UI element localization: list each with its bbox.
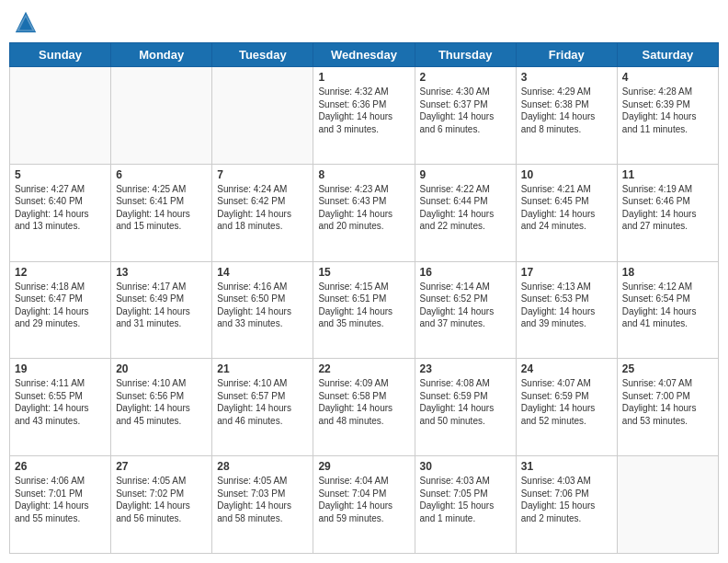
calendar-cell: 28Sunrise: 4:05 AM Sunset: 7:03 PM Dayli… bbox=[212, 456, 313, 554]
calendar-cell: 20Sunrise: 4:10 AM Sunset: 6:56 PM Dayli… bbox=[111, 359, 212, 456]
calendar-cell: 16Sunrise: 4:14 AM Sunset: 6:52 PM Dayli… bbox=[415, 261, 516, 359]
calendar-cell: 25Sunrise: 4:07 AM Sunset: 7:00 PM Dayli… bbox=[617, 359, 718, 456]
header bbox=[9, 9, 719, 35]
cell-content: Sunrise: 4:14 AM Sunset: 6:52 PM Dayligh… bbox=[420, 281, 511, 330]
cell-content: Sunrise: 4:17 AM Sunset: 6:49 PM Dayligh… bbox=[116, 281, 207, 330]
calendar-table: SundayMondayTuesdayWednesdayThursdayFrid… bbox=[9, 42, 719, 554]
calendar-cell: 27Sunrise: 4:05 AM Sunset: 7:02 PM Dayli… bbox=[111, 456, 212, 554]
cell-content: Sunrise: 4:09 AM Sunset: 6:58 PM Dayligh… bbox=[318, 377, 409, 427]
day-header-saturday: Saturday bbox=[617, 43, 718, 67]
cell-content: Sunrise: 4:18 AM Sunset: 6:47 PM Dayligh… bbox=[15, 281, 106, 330]
calendar-cell: 26Sunrise: 4:06 AM Sunset: 7:01 PM Dayli… bbox=[10, 456, 111, 554]
cell-content: Sunrise: 4:05 AM Sunset: 7:02 PM Dayligh… bbox=[116, 475, 207, 524]
calendar-cell: 4Sunrise: 4:28 AM Sunset: 6:39 PM Daylig… bbox=[617, 67, 718, 165]
day-number: 21 bbox=[217, 362, 308, 375]
day-number: 30 bbox=[420, 460, 511, 473]
cell-content: Sunrise: 4:23 AM Sunset: 6:43 PM Dayligh… bbox=[318, 183, 409, 233]
calendar-week-4: 19Sunrise: 4:11 AM Sunset: 6:55 PM Dayli… bbox=[10, 359, 719, 456]
day-number: 19 bbox=[15, 362, 106, 375]
calendar-cell: 17Sunrise: 4:13 AM Sunset: 6:53 PM Dayli… bbox=[516, 261, 617, 359]
day-number: 8 bbox=[318, 168, 409, 181]
cell-content: Sunrise: 4:21 AM Sunset: 6:45 PM Dayligh… bbox=[521, 183, 612, 233]
day-number: 17 bbox=[521, 266, 612, 279]
calendar-cell: 15Sunrise: 4:15 AM Sunset: 6:51 PM Dayli… bbox=[313, 261, 415, 359]
calendar-week-2: 5Sunrise: 4:27 AM Sunset: 6:40 PM Daylig… bbox=[10, 164, 719, 261]
day-number: 2 bbox=[420, 71, 511, 84]
day-header-friday: Friday bbox=[516, 43, 617, 67]
calendar-cell: 31Sunrise: 4:03 AM Sunset: 7:06 PM Dayli… bbox=[516, 456, 617, 554]
calendar-cell: 14Sunrise: 4:16 AM Sunset: 6:50 PM Dayli… bbox=[212, 261, 313, 359]
day-number: 4 bbox=[622, 71, 713, 84]
cell-content: Sunrise: 4:08 AM Sunset: 6:59 PM Dayligh… bbox=[420, 377, 511, 427]
calendar-cell: 9Sunrise: 4:22 AM Sunset: 6:44 PM Daylig… bbox=[415, 164, 516, 261]
day-header-sunday: Sunday bbox=[10, 43, 111, 67]
day-header-monday: Monday bbox=[111, 43, 212, 67]
cell-content: Sunrise: 4:13 AM Sunset: 6:53 PM Dayligh… bbox=[521, 281, 612, 330]
day-number: 7 bbox=[217, 168, 308, 181]
cell-content: Sunrise: 4:28 AM Sunset: 6:39 PM Dayligh… bbox=[622, 86, 713, 135]
cell-content: Sunrise: 4:22 AM Sunset: 6:44 PM Dayligh… bbox=[420, 183, 511, 233]
calendar-cell: 7Sunrise: 4:24 AM Sunset: 6:42 PM Daylig… bbox=[212, 164, 313, 261]
day-number: 22 bbox=[318, 362, 409, 375]
cell-content: Sunrise: 4:04 AM Sunset: 7:04 PM Dayligh… bbox=[318, 475, 409, 524]
day-number: 12 bbox=[15, 266, 106, 279]
day-number: 15 bbox=[318, 266, 409, 279]
calendar-cell: 19Sunrise: 4:11 AM Sunset: 6:55 PM Dayli… bbox=[10, 359, 111, 456]
day-number: 27 bbox=[116, 460, 207, 473]
calendar-cell bbox=[10, 67, 111, 165]
day-header-thursday: Thursday bbox=[415, 43, 516, 67]
cell-content: Sunrise: 4:32 AM Sunset: 6:36 PM Dayligh… bbox=[318, 86, 409, 135]
logo-icon bbox=[13, 9, 39, 35]
calendar-cell: 30Sunrise: 4:03 AM Sunset: 7:05 PM Dayli… bbox=[415, 456, 516, 554]
cell-content: Sunrise: 4:24 AM Sunset: 6:42 PM Dayligh… bbox=[217, 183, 308, 233]
calendar-cell: 6Sunrise: 4:25 AM Sunset: 6:41 PM Daylig… bbox=[111, 164, 212, 261]
day-header-tuesday: Tuesday bbox=[212, 43, 313, 67]
calendar-cell: 2Sunrise: 4:30 AM Sunset: 6:37 PM Daylig… bbox=[415, 67, 516, 165]
cell-content: Sunrise: 4:10 AM Sunset: 6:56 PM Dayligh… bbox=[116, 377, 207, 427]
calendar-cell: 11Sunrise: 4:19 AM Sunset: 6:46 PM Dayli… bbox=[617, 164, 718, 261]
calendar-cell bbox=[212, 67, 313, 165]
calendar-cell: 23Sunrise: 4:08 AM Sunset: 6:59 PM Dayli… bbox=[415, 359, 516, 456]
calendar-cell: 12Sunrise: 4:18 AM Sunset: 6:47 PM Dayli… bbox=[10, 261, 111, 359]
day-header-wednesday: Wednesday bbox=[313, 43, 415, 67]
day-number: 10 bbox=[521, 168, 612, 181]
day-number: 14 bbox=[217, 266, 308, 279]
day-number: 11 bbox=[622, 168, 713, 181]
day-number: 28 bbox=[217, 460, 308, 473]
cell-content: Sunrise: 4:10 AM Sunset: 6:57 PM Dayligh… bbox=[217, 377, 308, 427]
cell-content: Sunrise: 4:25 AM Sunset: 6:41 PM Dayligh… bbox=[116, 183, 207, 233]
day-number: 6 bbox=[116, 168, 207, 181]
cell-content: Sunrise: 4:16 AM Sunset: 6:50 PM Dayligh… bbox=[217, 281, 308, 330]
calendar-week-3: 12Sunrise: 4:18 AM Sunset: 6:47 PM Dayli… bbox=[10, 261, 719, 359]
day-number: 9 bbox=[420, 168, 511, 181]
cell-content: Sunrise: 4:05 AM Sunset: 7:03 PM Dayligh… bbox=[217, 475, 308, 524]
day-number: 31 bbox=[521, 460, 612, 473]
cell-content: Sunrise: 4:27 AM Sunset: 6:40 PM Dayligh… bbox=[15, 183, 106, 233]
day-number: 23 bbox=[420, 362, 511, 375]
calendar-week-5: 26Sunrise: 4:06 AM Sunset: 7:01 PM Dayli… bbox=[10, 456, 719, 554]
day-number: 13 bbox=[116, 266, 207, 279]
cell-content: Sunrise: 4:19 AM Sunset: 6:46 PM Dayligh… bbox=[622, 183, 713, 233]
calendar-cell: 22Sunrise: 4:09 AM Sunset: 6:58 PM Dayli… bbox=[313, 359, 415, 456]
calendar-cell: 10Sunrise: 4:21 AM Sunset: 6:45 PM Dayli… bbox=[516, 164, 617, 261]
cell-content: Sunrise: 4:03 AM Sunset: 7:06 PM Dayligh… bbox=[521, 475, 612, 524]
day-number: 29 bbox=[318, 460, 409, 473]
calendar-cell bbox=[617, 456, 718, 554]
calendar-cell: 13Sunrise: 4:17 AM Sunset: 6:49 PM Dayli… bbox=[111, 261, 212, 359]
day-number: 5 bbox=[15, 168, 106, 181]
cell-content: Sunrise: 4:11 AM Sunset: 6:55 PM Dayligh… bbox=[15, 377, 106, 427]
cell-content: Sunrise: 4:03 AM Sunset: 7:05 PM Dayligh… bbox=[420, 475, 511, 524]
cell-content: Sunrise: 4:06 AM Sunset: 7:01 PM Dayligh… bbox=[15, 475, 106, 524]
calendar-cell bbox=[111, 67, 212, 165]
calendar-cell: 18Sunrise: 4:12 AM Sunset: 6:54 PM Dayli… bbox=[617, 261, 718, 359]
cell-content: Sunrise: 4:12 AM Sunset: 6:54 PM Dayligh… bbox=[622, 281, 713, 330]
cell-content: Sunrise: 4:07 AM Sunset: 7:00 PM Dayligh… bbox=[622, 377, 713, 427]
day-number: 18 bbox=[622, 266, 713, 279]
day-number: 26 bbox=[15, 460, 106, 473]
calendar-week-1: 1Sunrise: 4:32 AM Sunset: 6:36 PM Daylig… bbox=[10, 67, 719, 165]
calendar-cell: 24Sunrise: 4:07 AM Sunset: 6:59 PM Dayli… bbox=[516, 359, 617, 456]
day-number: 25 bbox=[622, 362, 713, 375]
day-number: 16 bbox=[420, 266, 511, 279]
cell-content: Sunrise: 4:29 AM Sunset: 6:38 PM Dayligh… bbox=[521, 86, 612, 135]
cell-content: Sunrise: 4:30 AM Sunset: 6:37 PM Dayligh… bbox=[420, 86, 511, 135]
